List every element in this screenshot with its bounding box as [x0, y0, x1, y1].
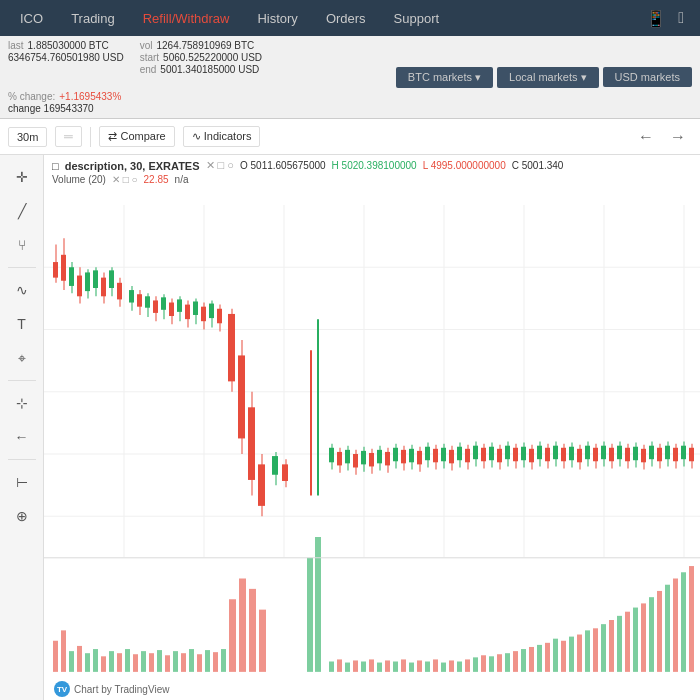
- nav-ico[interactable]: ICO: [16, 3, 47, 34]
- svg-rect-190: [329, 662, 334, 672]
- svg-rect-85: [385, 452, 390, 465]
- svg-rect-222: [585, 630, 590, 672]
- svg-rect-175: [157, 650, 162, 672]
- chart-svg: [44, 205, 700, 700]
- svg-rect-139: [601, 446, 606, 459]
- svg-rect-221: [577, 635, 582, 672]
- svg-rect-232: [665, 585, 670, 672]
- svg-rect-121: [529, 449, 534, 462]
- measure-tool[interactable]: ⊹: [6, 389, 38, 417]
- timeframe-btn[interactable]: 30m: [8, 127, 47, 147]
- indicators-btn[interactable]: ∿ Indicators: [183, 126, 261, 147]
- btc-markets-btn[interactable]: BTC markets ▾: [396, 67, 493, 88]
- svg-rect-185: [239, 579, 246, 672]
- last-label: last: [8, 40, 24, 51]
- svg-rect-19: [69, 267, 74, 286]
- redo-btn[interactable]: →: [664, 126, 692, 148]
- last-value: 1.885030000 BTC: [28, 40, 109, 51]
- svg-rect-151: [649, 446, 654, 459]
- svg-rect-171: [125, 649, 130, 672]
- svg-rect-197: [385, 660, 390, 671]
- svg-rect-57: [228, 314, 235, 381]
- svg-rect-173: [141, 651, 146, 672]
- pitchfork-tool[interactable]: ⑂: [6, 231, 38, 259]
- tool-sep-3: [8, 459, 36, 460]
- svg-rect-51: [201, 307, 206, 322]
- svg-rect-71: [329, 448, 334, 463]
- back-btn[interactable]: ←: [6, 423, 38, 451]
- nav-orders[interactable]: Orders: [322, 3, 370, 34]
- svg-rect-95: [425, 447, 430, 460]
- nav-support[interactable]: Support: [390, 3, 444, 34]
- ohlc-l-label: L 4995.000000000: [423, 160, 506, 171]
- svg-rect-75: [345, 450, 350, 463]
- candle-type-btn[interactable]: 𝄗: [55, 126, 82, 147]
- local-markets-btn[interactable]: Local markets ▾: [497, 67, 599, 88]
- svg-rect-196: [377, 663, 382, 672]
- svg-rect-31: [117, 283, 122, 300]
- nav-trading[interactable]: Trading: [67, 3, 119, 34]
- stats-vol: vol 1264.758910969 BTC start 5060.525220…: [140, 40, 262, 75]
- crosshair-tool[interactable]: ✛: [6, 163, 38, 191]
- svg-rect-39: [153, 300, 158, 312]
- svg-rect-177: [173, 651, 178, 672]
- svg-rect-216: [537, 645, 542, 672]
- svg-rect-109: [481, 448, 486, 461]
- android-icon[interactable]: 📱: [646, 9, 666, 28]
- svg-rect-194: [361, 662, 366, 672]
- svg-rect-183: [221, 649, 226, 672]
- text-tool[interactable]: T: [6, 310, 38, 338]
- ruler-tool[interactable]: ⊢: [6, 468, 38, 496]
- svg-rect-91: [409, 449, 414, 462]
- svg-rect-215: [529, 647, 534, 672]
- svg-rect-137: [593, 448, 598, 461]
- svg-rect-225: [609, 620, 614, 672]
- svg-rect-81: [369, 453, 374, 466]
- pattern-tool[interactable]: ⌖: [6, 344, 38, 372]
- svg-rect-184: [229, 599, 236, 672]
- stats-change: % change: +1.1695433% change 169543370: [8, 91, 121, 114]
- svg-rect-233: [673, 579, 678, 672]
- svg-rect-169: [109, 651, 114, 672]
- svg-rect-61: [248, 407, 255, 480]
- svg-rect-217: [545, 643, 550, 672]
- svg-rect-195: [369, 659, 374, 671]
- svg-rect-166: [85, 653, 90, 672]
- svg-rect-162: [53, 641, 58, 672]
- svg-rect-15: [53, 262, 58, 278]
- chart-nav-buttons: ← →: [632, 126, 692, 148]
- svg-rect-101: [449, 450, 454, 463]
- volume-controls: ✕ □ ○: [112, 174, 138, 185]
- svg-rect-164: [69, 651, 74, 672]
- tool-sep-1: [8, 267, 36, 268]
- svg-rect-226: [617, 616, 622, 672]
- nav-history[interactable]: History: [253, 3, 301, 34]
- svg-rect-107: [473, 446, 478, 459]
- svg-rect-235: [689, 566, 694, 672]
- apple-icon[interactable]: : [678, 9, 684, 27]
- ohlc-o-label: O 5011.605675000: [240, 160, 326, 171]
- usd-markets-btn[interactable]: USD markets: [603, 67, 692, 87]
- svg-rect-59: [238, 355, 245, 438]
- undo-btn[interactable]: ←: [632, 126, 660, 148]
- svg-rect-211: [497, 654, 502, 672]
- svg-rect-208: [473, 657, 478, 672]
- change-label: % change:: [8, 91, 55, 102]
- zoom-tool[interactable]: ⊕: [6, 502, 38, 530]
- brush-tool[interactable]: ∿: [6, 276, 38, 304]
- compare-btn[interactable]: ⇄ Compare: [99, 126, 174, 147]
- trend-line-tool[interactable]: ╱: [6, 197, 38, 225]
- svg-rect-23: [85, 272, 90, 291]
- svg-rect-165: [77, 646, 82, 672]
- svg-rect-218: [553, 639, 558, 672]
- market-buttons: BTC markets ▾ Local markets ▾ USD market…: [388, 36, 700, 118]
- chart-symbol: description, 30, EXRATES: [65, 160, 200, 172]
- trading-stats-bar: last 1.885030000 BTC 6346754.760501980 U…: [0, 36, 388, 118]
- svg-rect-229: [641, 603, 646, 671]
- svg-rect-201: [417, 660, 422, 671]
- svg-rect-176: [165, 655, 170, 672]
- svg-rect-93: [417, 451, 422, 464]
- svg-rect-204: [441, 663, 446, 672]
- nav-refill-withdraw[interactable]: Refill/Withdraw: [139, 3, 234, 34]
- svg-rect-99: [441, 448, 446, 461]
